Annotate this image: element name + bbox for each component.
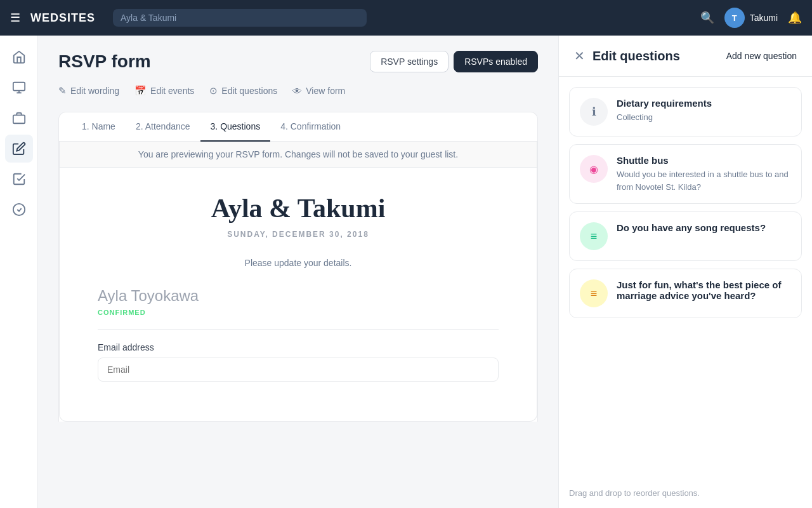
edit-questions-icon: ⊙ xyxy=(209,85,218,97)
sidebar-item-monitor[interactable] xyxy=(5,74,33,102)
sidebar-item-edit[interactable] xyxy=(5,135,33,163)
add-question-button[interactable]: Add new question xyxy=(726,51,797,61)
right-panel-title: Edit questions xyxy=(593,49,680,64)
nav-edit-events-label: Edit events xyxy=(150,86,194,96)
tabs: 1. Name 2. Attendance 3. Questions 4. Co… xyxy=(59,112,537,142)
main-panel: RSVP form RSVP settings RSVPs enabled ✎ … xyxy=(38,36,558,508)
edit-events-icon: 📅 xyxy=(134,85,147,97)
email-input[interactable] xyxy=(98,358,499,382)
search-box[interactable]: Ayla & Takumi xyxy=(113,9,367,27)
rsvps-enabled-button[interactable]: RSVPs enabled xyxy=(454,51,538,72)
tab-confirmation[interactable]: 4. Confirmation xyxy=(270,112,351,142)
form-nav: ✎ Edit wording 📅 Edit events ⊙ Edit ques… xyxy=(58,83,538,99)
question-card-shuttle[interactable]: ◉ Shuttle bus Would you be interested in… xyxy=(569,144,802,204)
header-buttons: RSVP settings RSVPs enabled xyxy=(370,51,538,72)
question-card-advice[interactable]: ≡ Just for fun, what's the best piece of… xyxy=(569,269,802,318)
advice-title: Just for fun, what's the best piece of m… xyxy=(617,279,791,301)
question-card-dietary[interactable]: ℹ Dietary requirements Collecting xyxy=(569,87,802,137)
question-card-song[interactable]: ≡ Do you have any song requests? xyxy=(569,211,802,261)
content-area: RSVP form RSVP settings RSVPs enabled ✎ … xyxy=(38,36,812,508)
shuttle-title: Shuttle bus xyxy=(617,155,791,166)
sidebar xyxy=(0,36,38,508)
dietary-subtitle: Collecting xyxy=(617,111,791,124)
nav-edit-wording-label: Edit wording xyxy=(70,86,119,96)
close-panel-button[interactable]: ✕ xyxy=(574,48,585,64)
search-icon[interactable]: 🔍 xyxy=(700,11,714,25)
shuttle-subtitle: Would you be interested in a shuttle bus… xyxy=(617,168,791,193)
view-form-icon: 👁 xyxy=(292,86,302,97)
page-header: RSVP form RSVP settings RSVPs enabled xyxy=(58,51,538,72)
user-menu[interactable]: T Takumi xyxy=(724,8,778,28)
svg-rect-3 xyxy=(13,115,24,123)
svg-point-4 xyxy=(13,204,24,215)
nav-edit-events[interactable]: 📅 Edit events xyxy=(134,83,194,99)
nav-edit-questions-label: Edit questions xyxy=(221,86,277,96)
nav-edit-questions[interactable]: ⊙ Edit questions xyxy=(209,83,277,99)
email-label: Email address xyxy=(98,342,499,352)
wedding-date: SUNDAY, DECEMBER 30, 2018 xyxy=(98,230,499,239)
rsvp-settings-button[interactable]: RSVP settings xyxy=(370,51,449,72)
update-text: Please update your details. xyxy=(98,258,499,268)
dietary-info: Dietary requirements Collecting xyxy=(617,98,791,124)
right-panel: ✕ Edit questions Add new question ℹ Diet… xyxy=(558,36,812,508)
main-layout: RSVP form RSVP settings RSVPs enabled ✎ … xyxy=(0,36,812,508)
nav-view-form[interactable]: 👁 View form xyxy=(292,83,345,99)
tab-name[interactable]: 1. Name xyxy=(72,112,126,142)
topbar-right: 🔍 T Takumi 🔔 xyxy=(700,8,802,28)
guest-name: Ayla Toyokawa xyxy=(98,287,499,305)
username: Takumi xyxy=(750,13,778,23)
edit-wording-icon: ✎ xyxy=(58,85,67,97)
notification-bell-icon[interactable]: 🔔 xyxy=(788,11,802,25)
drag-hint: Drag and drop to reorder questions. xyxy=(559,483,812,508)
tab-questions[interactable]: 3. Questions xyxy=(200,112,271,142)
song-icon: ≡ xyxy=(580,222,608,250)
questions-list: ℹ Dietary requirements Collecting ◉ Shut… xyxy=(559,77,812,483)
song-title: Do you have any song requests? xyxy=(617,222,791,233)
couple-names: Ayla & Takumi xyxy=(98,193,499,224)
preview-banner-text: You are previewing your RSVP form. Chang… xyxy=(72,149,524,159)
song-info: Do you have any song requests? xyxy=(617,222,791,236)
preview-banner: You are previewing your RSVP form. Chang… xyxy=(59,142,537,168)
nav-edit-wording[interactable]: ✎ Edit wording xyxy=(58,83,119,99)
right-panel-header: ✕ Edit questions Add new question xyxy=(559,36,812,77)
sidebar-item-home[interactable] xyxy=(5,43,33,71)
advice-info: Just for fun, what's the best piece of m… xyxy=(617,279,791,304)
sidebar-item-briefcase[interactable] xyxy=(5,104,33,132)
menu-icon[interactable]: ☰ xyxy=(10,11,20,25)
svg-rect-0 xyxy=(13,83,24,91)
shuttle-info: Shuttle bus Would you be interested in a… xyxy=(617,155,791,193)
search-text: Ayla & Takumi xyxy=(121,13,176,23)
confirmed-badge: CONFIRMED xyxy=(98,309,499,316)
dietary-icon: ℹ xyxy=(580,98,608,126)
topbar: ☰ WEDSITES Ayla & Takumi 🔍 T Takumi 🔔 xyxy=(0,0,812,36)
dietary-title: Dietary requirements xyxy=(617,98,791,109)
shuttle-icon: ◉ xyxy=(580,155,608,183)
avatar: T xyxy=(724,8,745,28)
page-title: RSVP form xyxy=(58,51,151,72)
sidebar-item-checklist[interactable] xyxy=(5,165,33,193)
advice-icon: ≡ xyxy=(580,279,608,307)
sidebar-item-check[interactable] xyxy=(5,196,33,224)
tab-attendance[interactable]: 2. Attendance xyxy=(126,112,200,142)
form-preview: Ayla & Takumi SUNDAY, DECEMBER 30, 2018 … xyxy=(59,168,537,422)
divider xyxy=(98,329,499,330)
nav-view-form-label: View form xyxy=(306,86,345,96)
tabs-container: 1. Name 2. Attendance 3. Questions 4. Co… xyxy=(58,112,538,422)
logo: WEDSITES xyxy=(30,11,95,25)
